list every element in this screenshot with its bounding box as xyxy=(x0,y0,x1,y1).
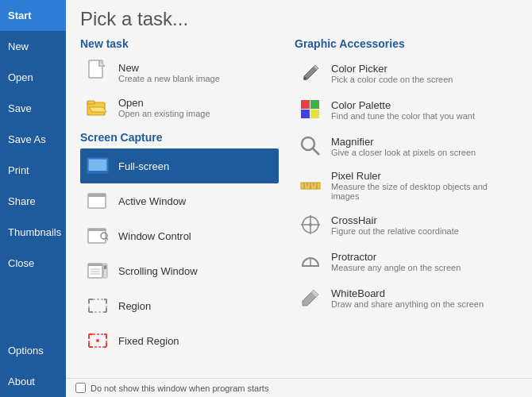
graphic-colorpicker-text: Color Picker Pick a color code on the sc… xyxy=(331,63,453,84)
sidebar-print-label: Print xyxy=(8,164,29,176)
graphic-colorpalette-desc: Find and tune the color that you want xyxy=(331,111,475,121)
left-column: New task New Create a new blank image xyxy=(80,34,279,378)
graphic-pixelruler-text: Pixel Ruler Measure the size of desktop … xyxy=(331,170,515,201)
sidebar-start-label: Start xyxy=(8,10,32,21)
crosshair-icon xyxy=(298,212,323,237)
graphic-item-crosshair[interactable]: CrossHair Figure out the relative coordi… xyxy=(295,206,518,243)
graphic-crosshair-desc: Figure out the relative coordinate xyxy=(331,226,459,236)
graphic-colorpalette-text: Color Palette Find and tune the color th… xyxy=(331,99,475,121)
sidebar-item-open[interactable]: Open xyxy=(0,62,66,93)
task-activewindow-title: Active Window xyxy=(118,195,186,207)
svg-rect-6 xyxy=(87,171,108,173)
svg-rect-10 xyxy=(88,229,106,231)
task-item-scrollingwindow[interactable]: Scrolling Window xyxy=(80,253,279,288)
sidebar-item-thumbnails[interactable]: Thumbnails xyxy=(0,217,66,248)
task-new-title: New xyxy=(118,62,220,74)
task-new-text: New Create a new blank image xyxy=(118,62,220,83)
svg-rect-43 xyxy=(310,110,319,118)
content-area: New task New Create a new blank image xyxy=(66,34,532,378)
graphic-whiteboard-text: WhiteBoard Draw and share anything on th… xyxy=(331,287,484,309)
task-item-open[interactable]: Open Open an existing image xyxy=(80,90,279,125)
activewindow-icon xyxy=(85,188,110,214)
graphic-item-protractor[interactable]: Protractor Measure any angle on the scre… xyxy=(295,243,518,279)
sidebar-item-saveas[interactable]: Save As xyxy=(0,124,66,155)
sidebar-item-close[interactable]: Close xyxy=(0,248,66,279)
svg-point-39 xyxy=(303,77,306,80)
graphic-item-colorpalette[interactable]: Color Palette Find and tune the color th… xyxy=(295,91,518,128)
svg-point-38 xyxy=(96,339,99,342)
magnifier-icon xyxy=(298,133,323,159)
svg-rect-40 xyxy=(301,100,310,109)
task-open-title: Open xyxy=(118,97,210,109)
dont-show-label[interactable]: Do not show this window when program sta… xyxy=(91,384,268,393)
sidebar-item-about[interactable]: About xyxy=(0,366,66,397)
svg-point-55 xyxy=(309,223,312,226)
graphic-colorpicker-desc: Pick a color code on the screen xyxy=(331,75,453,84)
graphic-magnifier-title: Magnifier xyxy=(331,136,476,148)
sidebar-item-save[interactable]: Save xyxy=(0,93,66,124)
task-item-fixedregion[interactable]: Fixed Region xyxy=(80,323,279,358)
task-scrollingwindow-title: Scrolling Window xyxy=(118,265,198,277)
graphic-item-magnifier[interactable]: Magnifier Give a closer look at pixels o… xyxy=(295,128,518,164)
task-item-fullscreen[interactable]: Full-screen xyxy=(80,148,279,183)
title-bar: Pick a task... xyxy=(66,0,532,34)
svg-line-45 xyxy=(313,148,319,155)
task-item-new[interactable]: New Create a new blank image xyxy=(80,55,279,90)
svg-point-44 xyxy=(302,137,314,150)
svg-rect-5 xyxy=(89,160,106,171)
graphic-protractor-text: Protractor Measure any angle on the scre… xyxy=(331,251,461,272)
task-region-text: Region xyxy=(118,300,151,312)
right-column: Graphic Accessories Color Picker Pick a … xyxy=(295,34,518,378)
graphic-item-pixelruler[interactable]: Pixel Ruler Measure the size of desktop … xyxy=(295,164,518,206)
graphic-magnifier-desc: Give a closer look at pixels on screen xyxy=(331,148,476,157)
svg-rect-3 xyxy=(87,101,94,104)
graphic-item-colorpicker[interactable]: Color Picker Pick a color code on the sc… xyxy=(295,55,518,91)
sidebar-thumbnails-label: Thumbnails xyxy=(8,226,61,238)
fullscreen-icon xyxy=(85,153,110,179)
sidebar-open-label: Open xyxy=(8,71,33,83)
main-panel: Pick a task... New task New Create a new… xyxy=(66,0,532,397)
sidebar-item-print[interactable]: Print xyxy=(0,155,66,186)
sidebar-item-options[interactable]: Options xyxy=(0,335,66,366)
whiteboard-icon xyxy=(298,285,323,310)
task-region-title: Region xyxy=(118,300,151,312)
svg-rect-8 xyxy=(88,194,106,197)
sidebar-options-label: Options xyxy=(8,345,44,357)
colorpalette-icon xyxy=(298,97,323,122)
graphic-item-whiteboard[interactable]: WhiteBoard Draw and share anything on th… xyxy=(295,279,518,316)
colorpicker-icon xyxy=(298,60,323,86)
task-fullscreen-title: Full-screen xyxy=(118,160,169,172)
bottom-bar: Do not show this window when program sta… xyxy=(66,378,532,397)
task-fixedregion-text: Fixed Region xyxy=(118,335,179,347)
sidebar-new-label: New xyxy=(8,40,29,52)
svg-line-12 xyxy=(106,238,108,240)
new-icon xyxy=(85,60,110,85)
dont-show-checkbox[interactable] xyxy=(75,383,86,393)
task-activewindow-text: Active Window xyxy=(118,195,186,207)
sidebar-save-label: Save xyxy=(8,102,32,114)
task-item-windowcontrol[interactable]: Window Control xyxy=(80,218,279,253)
scrollingwindow-icon xyxy=(85,258,110,283)
region-icon xyxy=(85,293,110,318)
graphic-colorpicker-title: Color Picker xyxy=(331,63,453,75)
task-item-activewindow[interactable]: Active Window xyxy=(80,183,279,218)
svg-rect-20 xyxy=(89,299,106,312)
sidebar-about-label: About xyxy=(8,376,35,387)
sidebar-saveas-label: Save As xyxy=(8,133,46,145)
task-item-region[interactable]: Region xyxy=(80,288,279,323)
task-windowcontrol-text: Window Control xyxy=(118,230,191,242)
graphic-magnifier-text: Magnifier Give a closer look at pixels o… xyxy=(331,136,476,157)
graphic-pixelruler-title: Pixel Ruler xyxy=(331,170,515,182)
graphic-whiteboard-desc: Draw and share anything on the screen xyxy=(331,299,484,309)
sidebar-close-label: Close xyxy=(8,257,34,269)
pixelruler-icon xyxy=(298,173,323,198)
sidebar-item-share[interactable]: Share xyxy=(0,186,66,217)
page-title: Pick a task... xyxy=(80,8,518,30)
task-fixedregion-title: Fixed Region xyxy=(118,335,179,347)
sidebar-item-new[interactable]: New xyxy=(0,31,66,62)
task-windowcontrol-title: Window Control xyxy=(118,230,191,242)
sidebar-item-start[interactable]: Start xyxy=(0,0,66,31)
graphic-pixelruler-desc: Measure the size of desktop objects and … xyxy=(331,182,515,201)
task-scrollingwindow-text: Scrolling Window xyxy=(118,265,198,277)
windowcontrol-icon xyxy=(85,223,110,249)
